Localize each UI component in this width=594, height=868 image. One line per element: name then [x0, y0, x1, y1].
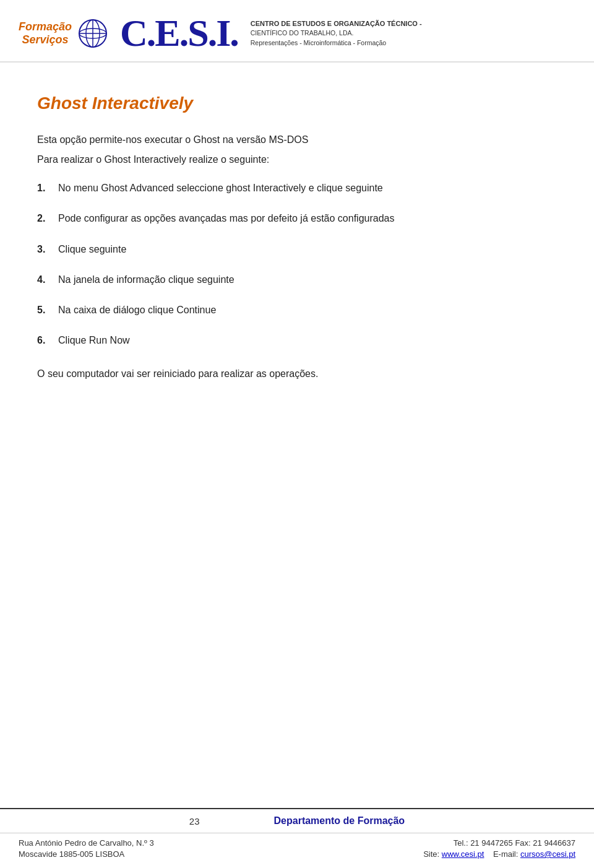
contact-site: Site: www.cesi.pt E-mail: cursos@cesi.pt	[423, 849, 575, 859]
step-number: 6.	[37, 332, 50, 349]
org-line3: Representações - Microinformática - Form…	[251, 38, 422, 48]
step-text: No menu Ghost Advanced seleccione ghost …	[58, 180, 557, 196]
footer-address: Rua António Pedro de Carvalho, N.º 3 Mos…	[19, 838, 154, 861]
list-item: 4. Na janela de informação clique seguin…	[37, 271, 557, 288]
cesi-title: C.E.S.I.	[120, 11, 238, 55]
step-number: 5.	[37, 302, 50, 318]
intro-text-1: Esta opção permite-nos executar o Ghost …	[37, 132, 557, 148]
email-link[interactable]: cursos@cesi.pt	[520, 849, 575, 859]
footer-bottom-bar: Rua António Pedro de Carvalho, N.º 3 Mos…	[0, 833, 594, 868]
globe-icon	[77, 17, 109, 50]
page-footer: 23 Departamento de Formação Rua António …	[0, 808, 594, 868]
page-content: Ghost Interactively Esta opção permite-n…	[0, 63, 594, 456]
page-header: Formação Serviços C.E.S.I. CENTRO DE EST…	[0, 0, 594, 63]
address-line1: Rua António Pedro de Carvalho, N.º 3	[19, 838, 154, 848]
org-line1: CENTRO DE ESTUDOS E ORGANIZAÇÃO TÉCNICO …	[251, 19, 422, 29]
step-text: Clique seguinte	[58, 241, 557, 258]
step-text: Pode configurar as opções avançadas mas …	[58, 210, 557, 227]
list-item: 3. Clique seguinte	[37, 241, 557, 258]
contact-tel: Tel.: 21 9447265 Fax: 21 9446637	[423, 838, 575, 848]
logo-area: Formação Serviços C.E.S.I.	[19, 11, 238, 55]
footer-contacts: Tel.: 21 9447265 Fax: 21 9446637 Site: w…	[423, 838, 575, 861]
dept-label: Departamento de Formação	[274, 815, 405, 827]
org-line2: CIENTÍFICO DO TRABALHO, LDA.	[251, 28, 422, 38]
header-org-text: CENTRO DE ESTUDOS E ORGANIZAÇÃO TÉCNICO …	[251, 19, 422, 48]
step-number: 3.	[37, 241, 50, 258]
formacao-text: Formação	[19, 20, 72, 33]
step-number: 1.	[37, 180, 50, 196]
step-number: 2.	[37, 210, 50, 227]
list-item: 2. Pode configurar as opções avançadas m…	[37, 210, 557, 227]
step-text: Clique Run Now	[58, 332, 557, 349]
site-link[interactable]: www.cesi.pt	[442, 849, 484, 859]
step-number: 4.	[37, 271, 50, 288]
address-line2: Moscavide 1885-005 LISBOA	[19, 849, 154, 859]
servicos-text: Serviços	[22, 33, 68, 46]
step-text: Na caixa de diálogo clique Continue	[58, 302, 557, 318]
site-label: Site:	[423, 849, 442, 859]
page-number: 23	[189, 816, 200, 827]
email-label: E-mail:	[493, 849, 520, 859]
logo-formacao-servicos: Formação Serviços	[19, 20, 72, 46]
list-item: 1. No menu Ghost Advanced seleccione gho…	[37, 180, 557, 196]
footer-top-bar: 23 Departamento de Formação	[0, 808, 594, 833]
list-item: 6. Clique Run Now	[37, 332, 557, 349]
steps-list: 1. No menu Ghost Advanced seleccione gho…	[37, 180, 557, 349]
step-text: Na janela de informação clique seguinte	[58, 271, 557, 288]
closing-text: O seu computador vai ser reiniciado para…	[37, 366, 557, 382]
intro-text-2: Para realizar o Ghost Interactively real…	[37, 152, 557, 168]
list-item: 5. Na caixa de diálogo clique Continue	[37, 302, 557, 318]
page-title: Ghost Interactively	[37, 93, 557, 113]
